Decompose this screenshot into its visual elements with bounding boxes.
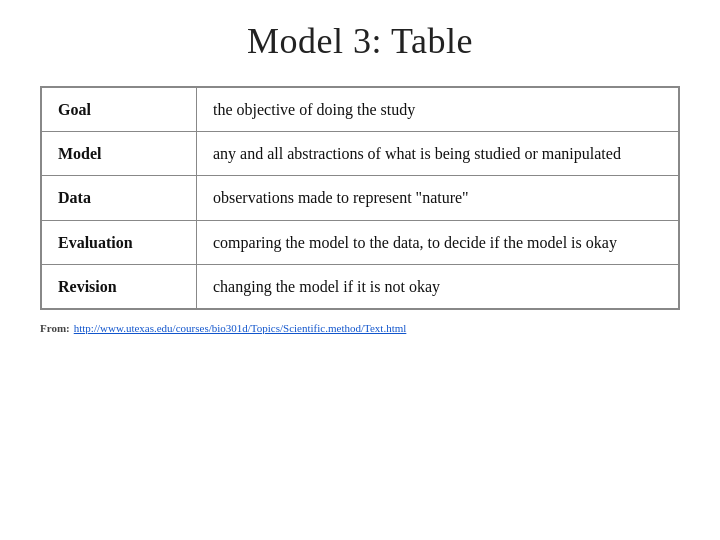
- model-table: Goalthe objective of doing the studyMode…: [41, 87, 679, 309]
- table-label-2: Data: [42, 176, 197, 220]
- table-label-4: Revision: [42, 264, 197, 308]
- table-label-0: Goal: [42, 88, 197, 132]
- table-value-1: any and all abstractions of what is bein…: [197, 132, 679, 176]
- table-value-4: changing the model if it is not okay: [197, 264, 679, 308]
- footer-link[interactable]: http://www.utexas.edu/courses/bio301d/To…: [74, 322, 407, 334]
- table-value-2: observations made to represent "nature": [197, 176, 679, 220]
- page: Model 3: Table Goalthe objective of doin…: [0, 0, 720, 540]
- footer: From:http://www.utexas.edu/courses/bio30…: [40, 322, 680, 334]
- main-table-container: Goalthe objective of doing the studyMode…: [40, 86, 680, 310]
- table-row: Modelany and all abstractions of what is…: [42, 132, 679, 176]
- footer-from-label: From:: [40, 322, 70, 334]
- table-label-3: Evaluation: [42, 220, 197, 264]
- table-row: Revisionchanging the model if it is not …: [42, 264, 679, 308]
- table-row: Evaluationcomparing the model to the dat…: [42, 220, 679, 264]
- table-value-3: comparing the model to the data, to deci…: [197, 220, 679, 264]
- table-value-0: the objective of doing the study: [197, 88, 679, 132]
- table-row: Goalthe objective of doing the study: [42, 88, 679, 132]
- table-row: Dataobservations made to represent "natu…: [42, 176, 679, 220]
- table-label-1: Model: [42, 132, 197, 176]
- page-title: Model 3: Table: [247, 20, 473, 62]
